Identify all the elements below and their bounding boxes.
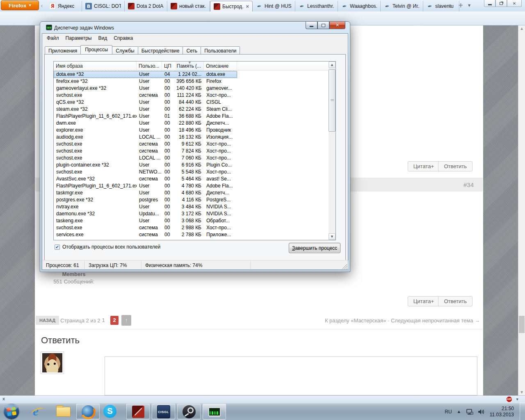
process-row[interactable]: postgres.exe *32postgres004 116 КБPostgr…: [54, 196, 237, 203]
taskbar-skype-icon[interactable]: S: [103, 405, 116, 418]
tab-item[interactable]: Приложения: [45, 46, 81, 55]
menu-item[interactable]: Справка: [110, 35, 136, 41]
column-header[interactable]: Описание: [204, 62, 237, 70]
tab-processes-active[interactable]: Процессы: [80, 45, 112, 55]
browser-tab[interactable]: Waaaghbos...: [338, 1, 381, 11]
tab-item[interactable]: Быстродействие: [138, 46, 183, 55]
tab-item[interactable]: Службы: [112, 46, 138, 55]
taskbar-dota2-button[interactable]: [126, 404, 150, 420]
process-row[interactable]: steam.exe *32User0062 224 КБSteam Cli...: [54, 106, 237, 113]
window-restore-button[interactable]: [495, 0, 507, 7]
tab-item[interactable]: Пользователи: [201, 46, 240, 55]
show-all-processes-checkbox[interactable]: ✔ Отображать процессы всех пользователей: [55, 244, 160, 250]
new-tab-button[interactable]: +: [458, 2, 463, 9]
window-minimize-button[interactable]: [484, 0, 495, 7]
process-row[interactable]: explorer.exeUser0018 496 КБПроводник: [54, 127, 237, 134]
taskbar-explorer-icon[interactable]: [56, 407, 71, 417]
quote-button[interactable]: Цитата+: [408, 161, 440, 171]
process-list-scrollbar[interactable]: ▲ ▼: [329, 62, 336, 240]
process-row[interactable]: svchost.exeсистема00111 224 КБХост-про..…: [54, 92, 237, 99]
window-close-button[interactable]: ✕: [507, 0, 522, 7]
scrollbar-thumb[interactable]: [519, 316, 525, 333]
taskbar-cisgl-button[interactable]: CISGL: [152, 404, 175, 420]
process-row[interactable]: nvtray.exeUser003 484 КБNVIDIA S...: [54, 203, 237, 210]
browser-tab[interactable]: Hint @ HUS...: [253, 1, 295, 11]
menu-item[interactable]: Файл: [43, 35, 62, 41]
reply-button[interactable]: Ответить: [438, 296, 472, 306]
tab-item[interactable]: Сеть: [183, 46, 201, 55]
scroll-top-button[interactable]: ↑: [121, 315, 131, 326]
taskbar-ie-icon[interactable]: e: [31, 405, 44, 418]
menu-item[interactable]: Вид: [95, 35, 110, 41]
volume-icon[interactable]: [478, 409, 485, 415]
column-header[interactable]: Имя образа: [54, 62, 137, 70]
browser-tab[interactable]: Яндекс: [46, 1, 82, 11]
scroll-down-icon[interactable]: ▼: [329, 233, 336, 240]
back-nav-button[interactable]: НАЗАД: [36, 316, 59, 325]
addon-bar-close-icon[interactable]: x: [2, 396, 5, 401]
start-button[interactable]: [4, 404, 19, 419]
column-header[interactable]: Память (...▼: [176, 62, 204, 70]
process-row[interactable]: taskmgr.exeUser004 680 КБДиспетч...: [54, 189, 237, 196]
adblock-plus-icon[interactable]: ABP: [507, 397, 512, 402]
minimize-button[interactable]: [306, 22, 317, 29]
process-row[interactable]: taskeng.exeUser003 068 КБОбработ...: [54, 217, 237, 224]
process-row[interactable]: plugin-container.exe *32User006 916 КБPl…: [54, 162, 237, 169]
tab-scroll-right-icon[interactable]: »: [449, 2, 452, 9]
scrollbar-thumb[interactable]: [329, 69, 336, 132]
language-indicator[interactable]: RU: [445, 409, 452, 415]
page-link[interactable]: 1: [99, 316, 107, 325]
process-row[interactable]: svchost.exeNETWO...005 548 КБХост-про...: [54, 169, 237, 176]
topic-navigation-links[interactable]: К разделу «Мастерская» · Следующая непро…: [325, 317, 480, 324]
process-row[interactable]: FlashPlayerPlugin_11_6_602_171.ex...User…: [54, 113, 237, 120]
process-row[interactable]: svchost.exeсистема002 988 КБХост-про...: [54, 224, 237, 231]
taskbar-taskmanager-button[interactable]: [203, 404, 226, 420]
page-link[interactable]: 2: [110, 316, 119, 325]
process-row[interactable]: daemonu.exe *32Updatu...003 172 КБNVIDIA…: [54, 210, 237, 217]
process-row[interactable]: AvastSvc.exe *32система005 464 КБavast! …: [54, 176, 237, 183]
close-button[interactable]: ✕: [329, 22, 345, 29]
show-desktop-button[interactable]: [520, 403, 525, 420]
adblock-dropdown-icon[interactable]: ▼: [516, 398, 518, 401]
firefox-app-button[interactable]: Firefox ▼: [1, 0, 39, 10]
process-row[interactable]: qCS.exe *32User0084 440 КБCISGL: [54, 99, 237, 106]
process-row[interactable]: gameoverlayui.exe *32User00140 420 КБgam…: [54, 85, 237, 92]
taskbar-firefox-button[interactable]: [76, 404, 100, 420]
page-scrollbar[interactable]: ▲ ▼: [518, 25, 525, 395]
network-icon[interactable]: [466, 409, 473, 415]
process-row[interactable]: svchost.exeсистема007 824 КБХост-про...: [54, 148, 237, 155]
process-row[interactable]: dota.exe *32User041 224 02...dota.exe: [54, 71, 237, 78]
browser-tab[interactable]: CISGL: DOT...: [82, 1, 125, 11]
reply-textarea[interactable]: [105, 356, 477, 395]
browser-tab[interactable]: Telvin @ Иг...: [381, 1, 423, 11]
process-row[interactable]: svchost.exeсистема009 612 КБХост-про...: [54, 141, 237, 148]
browser-tab[interactable]: новый стак...: [167, 1, 210, 11]
menu-item[interactable]: Параметры: [62, 35, 95, 41]
scroll-up-icon[interactable]: ▲: [518, 25, 525, 32]
process-row[interactable]: FlashPlayerPlugin_11_6_602_171.ex...User…: [54, 183, 237, 189]
end-process-button[interactable]: Завершить процесс: [289, 243, 340, 253]
tab-list-dropdown-icon[interactable]: ▼: [468, 4, 470, 7]
browser-tab[interactable]: Быстрод...×: [210, 1, 253, 11]
process-row[interactable]: svchost.exeLOCAL ...007 060 КБХост-про..…: [54, 155, 237, 162]
process-row[interactable]: firefox.exe *32User00395 656 КБFirefox: [54, 78, 237, 85]
tray-expand-icon[interactable]: ▲: [458, 410, 460, 413]
process-row[interactable]: services.exeсистема002 788 КБПриложе...: [54, 231, 237, 238]
process-row[interactable]: dwm.exeUser0022 880 КБДиспетч...: [54, 120, 237, 127]
browser-tab[interactable]: slaventu: [423, 1, 459, 11]
maximize-button[interactable]: [317, 22, 329, 29]
browser-tab[interactable]: Lessthanthr...: [295, 1, 338, 11]
clock[interactable]: 21:5011.03.2013: [490, 406, 514, 418]
scroll-down-icon[interactable]: ▼: [518, 389, 525, 395]
scroll-up-icon[interactable]: ▲: [329, 62, 336, 68]
resize-grip[interactable]: [342, 264, 347, 269]
tab-scroll-left-icon[interactable]: ‹: [41, 2, 43, 9]
process-row[interactable]: audiodg.exeLOCAL ...0016 132 КБИзоляция.…: [54, 134, 237, 141]
column-header[interactable]: ЦП: [162, 62, 176, 70]
taskbar-steam-button[interactable]: [177, 404, 201, 420]
column-header[interactable]: Пользо...: [137, 62, 162, 70]
quote-button[interactable]: Цитата+: [408, 296, 440, 306]
browser-tab[interactable]: Dota 2 DotA...: [125, 1, 167, 11]
tab-close-icon[interactable]: ×: [244, 3, 249, 9]
reply-button[interactable]: Ответить: [438, 161, 472, 171]
